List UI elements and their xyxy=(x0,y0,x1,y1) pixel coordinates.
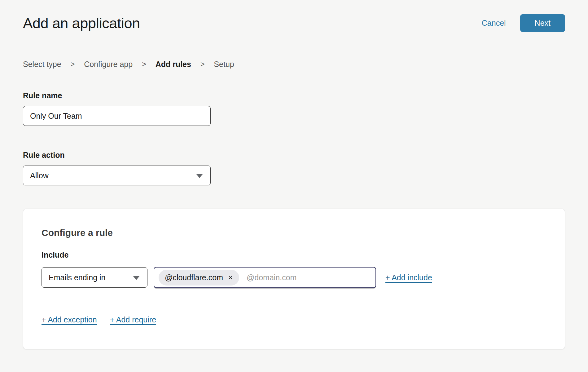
include-label: Include xyxy=(42,250,546,259)
breadcrumb-separator: > xyxy=(142,60,146,69)
chevron-down-icon xyxy=(196,174,203,178)
configure-rule-card: Configure a rule Include Emails ending i… xyxy=(23,209,565,349)
include-selector-select[interactable]: Emails ending in xyxy=(42,267,147,288)
rule-action-select[interactable]: Allow xyxy=(23,166,211,185)
rule-links-row: + Add exception + Add require xyxy=(42,315,546,324)
next-button[interactable]: Next xyxy=(520,14,565,32)
rule-name-label: Rule name xyxy=(23,91,565,100)
add-include-link[interactable]: + Add include xyxy=(385,273,432,282)
configure-rule-title: Configure a rule xyxy=(42,228,546,238)
header-actions: Cancel Next xyxy=(482,14,565,32)
rule-name-input[interactable] xyxy=(23,106,211,126)
include-value-tag-input[interactable]: @cloudflare.com ✕ xyxy=(154,267,376,288)
email-domain-chip-label: @cloudflare.com xyxy=(165,273,223,282)
breadcrumb-separator: > xyxy=(200,60,204,69)
email-domain-chip: @cloudflare.com ✕ xyxy=(159,270,239,286)
rule-action-selected-value: Allow xyxy=(30,171,49,180)
chip-remove-icon[interactable]: ✕ xyxy=(228,275,233,281)
breadcrumb-step-select-type[interactable]: Select type xyxy=(23,60,61,69)
breadcrumb-step-setup[interactable]: Setup xyxy=(214,60,234,69)
domain-text-input[interactable] xyxy=(247,273,371,282)
add-require-link[interactable]: + Add require xyxy=(110,315,156,324)
include-rule-row: Emails ending in @cloudflare.com ✕ + Add… xyxy=(42,267,546,288)
breadcrumb-separator: > xyxy=(71,60,75,69)
breadcrumb-step-add-rules[interactable]: Add rules xyxy=(156,60,191,69)
breadcrumb-step-configure-app[interactable]: Configure app xyxy=(84,60,133,69)
add-exception-link[interactable]: + Add exception xyxy=(42,315,97,324)
cancel-button[interactable]: Cancel xyxy=(482,19,506,28)
page-header: Add an application Cancel Next xyxy=(23,0,565,32)
chevron-down-icon xyxy=(133,276,140,280)
rule-action-label: Rule action xyxy=(23,151,565,160)
page-title: Add an application xyxy=(23,15,140,32)
include-selector-value: Emails ending in xyxy=(49,273,105,282)
add-application-page: Add an application Cancel Next Select ty… xyxy=(0,0,588,349)
breadcrumb: Select type > Configure app > Add rules … xyxy=(23,60,565,69)
